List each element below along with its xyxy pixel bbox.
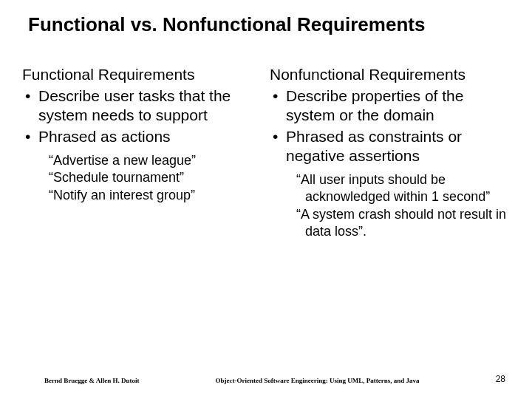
list-item: Phrased as actions [22,127,262,146]
content-columns: Functional Requirements Describe user ta… [22,66,510,241]
slide: Functional vs. Nonfunctional Requirement… [0,0,532,399]
right-column: Nonfunctional Requirements Describe prop… [270,66,510,241]
list-item: Describe properties of the system or the… [270,86,510,126]
quote-item: “Schedule tournament” [49,169,262,186]
quote-item: “Notify an interest group” [49,187,262,204]
slide-title: Functional vs. Nonfunctional Requirement… [28,13,510,36]
left-bullets: Describe user tasks that the system need… [22,86,262,146]
right-heading: Nonfunctional Requirements [270,66,510,83]
list-item: Describe user tasks that the system need… [22,86,262,126]
footer-authors: Bernd Bruegge & Allen H. Dutoit [44,377,140,384]
left-heading: Functional Requirements [22,66,262,83]
right-quotes: “All user inputs should be acknowledged … [270,171,510,241]
list-item: Phrased as constraints or negative asser… [270,127,510,166]
quote-item: “A system crash should not result in dat… [296,206,510,241]
footer-page-number: 28 [496,374,505,384]
quote-item: “Advertise a new league” [49,152,262,169]
quote-item: “All user inputs should be acknowledged … [296,171,510,206]
footer-book-title: Object-Oriented Software Engineering: Us… [216,377,420,384]
left-quotes: “Advertise a new league” “Schedule tourn… [22,152,262,204]
footer: Bernd Bruegge & Allen H. Dutoit Object-O… [0,374,532,384]
right-bullets: Describe properties of the system or the… [270,86,510,166]
left-column: Functional Requirements Describe user ta… [22,66,262,241]
